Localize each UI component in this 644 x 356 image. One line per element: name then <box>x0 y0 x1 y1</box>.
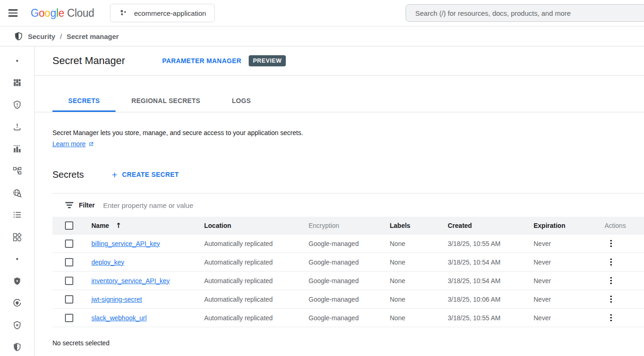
row-actions-menu-icon[interactable] <box>605 276 617 286</box>
sidebar-compliance-icon[interactable] <box>0 292 34 315</box>
sidebar-shield-alert-icon[interactable] <box>0 94 34 116</box>
sidebar-shield-plus-icon[interactable] <box>0 314 34 337</box>
sidebar-dot-icon[interactable] <box>0 248 34 271</box>
page-header: Secret Manager PARAMETER MANAGER PREVIEW <box>35 46 644 76</box>
logo-letter: e <box>58 7 64 19</box>
sidebar-globe-search-icon[interactable] <box>0 182 34 204</box>
plus-icon: + <box>112 170 117 180</box>
breadcrumb: Security / Secret manager <box>0 26 644 46</box>
project-selector[interactable]: ecommerce-application <box>110 4 215 22</box>
table-row: inventory_service_API_key Automatically … <box>52 272 644 290</box>
secret-link[interactable]: slack_webhook_url <box>91 314 147 322</box>
row-checkbox[interactable] <box>65 258 73 266</box>
row-actions-menu-icon[interactable] <box>605 294 617 304</box>
sidebar-shield-half-icon[interactable] <box>0 337 34 356</box>
cell-location: Automatically replicated <box>199 277 303 285</box>
sidebar-findings-inbox-icon[interactable] <box>0 116 34 138</box>
select-all-checkbox[interactable] <box>65 221 73 230</box>
tab-logs[interactable]: LOGS <box>216 90 267 112</box>
column-header-actions: Actions <box>605 222 626 229</box>
google-cloud-logo: Google Cloud <box>31 7 94 19</box>
secret-link[interactable]: billing_service_API_key <box>91 240 160 247</box>
column-header-expiration[interactable]: Expiration <box>534 222 565 229</box>
cell-labels: None <box>384 296 442 303</box>
security-shield-icon <box>14 32 23 41</box>
column-header-name[interactable]: Name <box>91 222 109 229</box>
table-row: jwt-signing-secret Automatically replica… <box>52 290 644 309</box>
cell-encryption: Google-managed <box>303 240 384 247</box>
sidebar-risk-overview-icon[interactable] <box>0 72 34 94</box>
create-secret-button[interactable]: + CREATE SECRET <box>112 170 179 180</box>
sidebar-hierarchy-icon[interactable] <box>0 160 34 182</box>
project-name: ecommerce-application <box>134 9 206 17</box>
cell-location: Automatically replicated <box>199 259 303 266</box>
cell-labels: None <box>384 240 442 247</box>
cell-created: 3/18/25, 10:54 AM <box>442 259 528 266</box>
page-title: Secret Manager <box>52 55 125 67</box>
cell-expiration: Never <box>528 314 595 322</box>
cell-encryption: Google-managed <box>303 277 384 285</box>
filter-input[interactable] <box>103 201 644 209</box>
table-row: slack_webhook_url Automatically replicat… <box>52 309 644 327</box>
row-checkbox[interactable] <box>65 314 73 322</box>
breadcrumb-security[interactable]: Security <box>28 32 55 40</box>
cell-expiration: Never <box>528 277 595 285</box>
row-checkbox[interactable] <box>65 295 73 304</box>
filter-bar: Filter <box>52 194 644 217</box>
column-header-created[interactable]: Created <box>448 222 472 229</box>
row-actions-menu-icon[interactable] <box>605 239 617 249</box>
sidebar-chart-icon[interactable] <box>0 138 34 160</box>
filter-label: Filter <box>79 201 95 209</box>
sidebar-resources-shapes-icon[interactable] <box>0 226 34 248</box>
sort-ascending-icon[interactable]: ↑ <box>116 221 122 230</box>
sidebar-dot-icon[interactable] <box>0 50 34 72</box>
cell-created: 3/18/25, 10:06 AM <box>442 296 528 303</box>
row-actions-menu-icon[interactable] <box>605 313 617 323</box>
table-header-row: Name ↑ Location Encryption Labels Create… <box>52 217 644 234</box>
cell-expiration: Never <box>528 296 595 303</box>
secret-link[interactable]: deploy_key <box>91 259 124 266</box>
table-row: billing_service_API_key Automatically re… <box>52 234 644 253</box>
secret-link[interactable]: inventory_service_API_key <box>91 277 170 285</box>
cell-expiration: Never <box>528 240 595 247</box>
top-bar: Google Cloud ecommerce-application <box>0 0 644 26</box>
learn-more-link[interactable]: Learn more <box>52 140 86 148</box>
logo-letter: g <box>51 7 57 19</box>
secret-link[interactable]: jwt-signing-secret <box>91 296 142 303</box>
search-input[interactable] <box>406 4 644 22</box>
row-actions-menu-icon[interactable] <box>605 257 617 267</box>
secrets-heading: Secrets <box>52 169 84 180</box>
parameter-manager-link[interactable]: PARAMETER MANAGER <box>162 57 242 65</box>
tab-bar: SECRETS REGIONAL SECRETS LOGS <box>35 76 644 112</box>
cell-labels: None <box>384 259 442 266</box>
cell-encryption: Google-managed <box>303 259 384 266</box>
cell-created: 3/18/25, 10:54 AM <box>442 277 528 285</box>
cell-labels: None <box>384 277 442 285</box>
cell-location: Automatically replicated <box>199 296 303 303</box>
secrets-table: Filter Name ↑ Location Encryption Labels… <box>52 193 644 327</box>
sidebar-sources-list-icon[interactable] <box>0 204 34 227</box>
row-checkbox[interactable] <box>65 239 73 248</box>
tab-regional-secrets[interactable]: REGIONAL SECRETS <box>116 90 216 112</box>
cell-location: Automatically replicated <box>199 240 303 247</box>
preview-badge: PREVIEW <box>249 55 286 66</box>
sidebar-shield-filled-icon[interactable] <box>0 270 34 292</box>
logo-letter: G <box>31 7 39 19</box>
hamburger-menu-icon[interactable] <box>8 7 19 19</box>
cell-labels: None <box>384 314 442 322</box>
logo-letter: o <box>45 7 51 19</box>
tab-secrets[interactable]: SECRETS <box>52 90 116 112</box>
cell-encryption: Google-managed <box>303 314 384 322</box>
left-nav-sidebar <box>0 46 35 356</box>
external-link-icon <box>88 141 94 147</box>
breadcrumb-secret-manager[interactable]: Secret manager <box>66 32 119 40</box>
row-checkbox[interactable] <box>65 277 73 285</box>
filter-icon <box>65 201 74 209</box>
breadcrumb-separator: / <box>60 32 62 40</box>
selection-status: No secrets selected <box>52 339 644 347</box>
logo-cloud-text: Cloud <box>67 7 94 19</box>
column-header-location[interactable]: Location <box>204 222 231 229</box>
column-header-encryption: Encryption <box>309 222 339 229</box>
cell-location: Automatically replicated <box>199 314 303 322</box>
column-header-labels[interactable]: Labels <box>390 222 410 229</box>
